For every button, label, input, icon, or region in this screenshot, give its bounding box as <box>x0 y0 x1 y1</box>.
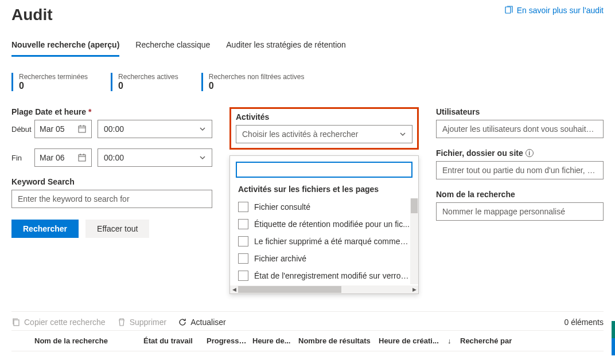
svg-rect-9 <box>14 320 19 326</box>
stat-active: Recherches actives 0 <box>111 73 178 91</box>
learn-more-link[interactable]: En savoir plus sur l'audit <box>504 6 604 15</box>
feedback-tab[interactable] <box>612 321 615 338</box>
copy-icon <box>11 318 21 327</box>
th-searched-by[interactable]: Recherché par <box>460 336 604 345</box>
search-button[interactable]: Rechercher <box>11 220 79 238</box>
activity-option[interactable]: Fichier consulté <box>238 198 410 216</box>
start-date-input[interactable]: Mar 05 <box>34 120 92 138</box>
activities-popup: Activités sur les fichiers et les pages … <box>229 155 419 294</box>
th-state[interactable]: État du travail <box>143 336 201 345</box>
stat-completed-value: 0 <box>19 81 88 91</box>
checkbox[interactable] <box>238 202 248 212</box>
end-time-input[interactable]: 00:00 <box>98 148 212 167</box>
th-time[interactable]: Heure de... <box>252 336 293 345</box>
chevron-down-icon <box>199 126 206 132</box>
end-date-input[interactable]: Mar 06 <box>34 148 92 167</box>
clear-button[interactable]: Effacer tout <box>85 220 149 238</box>
checkbox[interactable] <box>238 271 248 281</box>
keyword-label: Keyword Search <box>11 177 212 186</box>
checkbox[interactable] <box>238 253 248 264</box>
feedback-tab-2[interactable] <box>612 338 615 351</box>
th-name[interactable]: Nom de la recherche <box>34 336 138 345</box>
checkbox[interactable] <box>238 219 248 229</box>
stat-active-label: Recherches actives <box>118 73 178 81</box>
calendar-icon <box>77 153 87 162</box>
file-label: Fichier, dossier ou site i <box>436 148 604 158</box>
end-label: Fin <box>11 154 29 162</box>
scroll-right-icon[interactable]: ▶ <box>410 285 418 293</box>
tab-retention[interactable]: Auditer les stratégies de rétention <box>226 36 346 57</box>
svg-rect-5 <box>79 155 85 161</box>
daterange-label: Plage Date et heure* <box>11 107 212 116</box>
activities-group-label: Activités sur les fichiers et les pages <box>230 185 418 198</box>
activity-option[interactable]: Le fichier supprimé a été marqué comme e… <box>238 233 410 250</box>
tab-new-search[interactable]: Nouvelle recherche (aperçu) <box>11 36 119 57</box>
start-time-input[interactable]: 00:00 <box>98 120 212 138</box>
learn-icon <box>504 6 513 15</box>
svg-rect-0 <box>505 7 511 13</box>
th-progress[interactable]: Progressi... <box>207 336 247 345</box>
search-name-label: Nom de la recherche <box>436 190 604 199</box>
calendar-icon <box>77 124 87 134</box>
learn-more-text: En savoir plus sur l'audit <box>517 6 604 15</box>
trash-icon <box>117 318 126 327</box>
chevron-down-icon <box>199 154 206 161</box>
scroll-left-icon[interactable]: ◀ <box>230 285 238 293</box>
copy-search-button[interactable]: Copier cette recherche <box>11 318 106 327</box>
users-label: Utilisateurs <box>436 107 604 116</box>
checkbox[interactable] <box>238 236 248 246</box>
file-input[interactable]: Entrer tout ou partie du nom d'un fichie… <box>436 161 604 179</box>
vertical-scrollbar[interactable] <box>410 198 418 284</box>
activities-filter-input[interactable] <box>236 162 412 178</box>
chevron-down-icon <box>399 131 406 138</box>
activity-option[interactable]: Fichier archivé <box>238 250 410 267</box>
start-label: Début <box>11 125 29 134</box>
svg-rect-1 <box>79 126 85 132</box>
stat-unfiltered: Recherches non filtrées actives 0 <box>201 73 305 91</box>
keyword-input[interactable] <box>11 190 212 208</box>
tab-bar: Nouvelle recherche (aperçu) Recherche cl… <box>11 36 604 57</box>
page-title: Audit <box>11 6 53 24</box>
info-icon[interactable]: i <box>526 149 534 157</box>
sort-down-icon[interactable]: ↓ <box>447 336 454 345</box>
users-input[interactable]: Ajouter les utilisateurs dont vous souha… <box>436 120 604 138</box>
th-results[interactable]: Nombre de résultats <box>298 336 373 345</box>
delete-button[interactable]: Supprimer <box>117 318 167 327</box>
activity-option[interactable]: État de l'enregistrement modifié sur ver… <box>238 267 410 284</box>
table-header: Nom de la recherche État du travail Prog… <box>11 330 604 351</box>
refresh-button[interactable]: Actualiser <box>178 318 225 327</box>
stat-completed: Recherches terminées 0 <box>11 73 88 91</box>
stat-active-value: 0 <box>118 81 178 91</box>
stat-unfiltered-value: 0 <box>209 81 305 91</box>
refresh-icon <box>178 318 187 327</box>
activities-label: Activités <box>236 112 412 122</box>
activity-option[interactable]: Étiquette de rétention modifiée pour un … <box>238 216 410 233</box>
stat-completed-label: Recherches terminées <box>19 73 88 81</box>
th-created[interactable]: Heure de créati... <box>379 336 442 345</box>
stat-unfiltered-label: Recherches non filtrées actives <box>209 73 305 81</box>
horizontal-scrollbar[interactable]: ◀ ▶ <box>230 285 418 293</box>
search-name-input[interactable] <box>436 202 604 221</box>
tab-classic-search[interactable]: Recherche classique <box>135 36 210 57</box>
activities-dropdown[interactable]: Choisir les activités à rechercher <box>236 125 412 143</box>
item-count: 0 éléments <box>565 318 604 327</box>
activities-highlight: Activités Choisir les activités à recher… <box>229 107 419 150</box>
